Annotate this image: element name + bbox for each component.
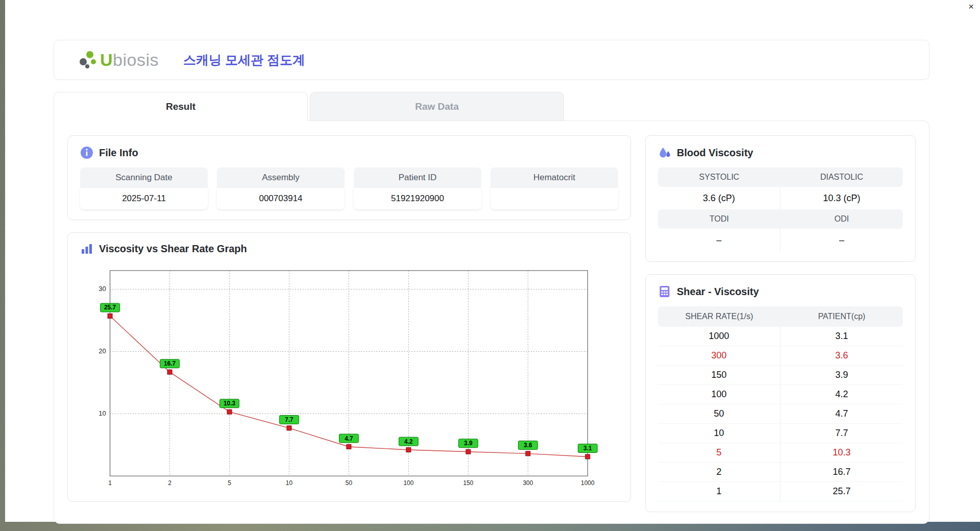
svg-text:150: 150 <box>463 479 473 487</box>
right-column: Blood Viscosity SYSTOLIC DIASTOLIC 3.6 (… <box>645 135 916 512</box>
field-assembly: Assembly 000703914 <box>217 167 345 209</box>
graph-heading: Viscosity vs Shear Rate Graph <box>99 243 247 255</box>
patient-value: 4.7 <box>780 404 903 423</box>
svg-text:1000: 1000 <box>581 479 595 487</box>
tab-result[interactable]: Result <box>54 92 308 121</box>
tab-raw-data[interactable]: Raw Data <box>310 92 564 121</box>
systolic-label: SYSTOLIC <box>658 167 780 187</box>
shear-rate-value: 50 <box>658 404 780 423</box>
field-patient-id: Patient ID 51921920900 <box>354 167 481 209</box>
svg-text:10: 10 <box>286 479 293 487</box>
svg-text:300: 300 <box>523 479 533 487</box>
shear-rate-value: 300 <box>658 346 780 365</box>
info-icon <box>80 146 93 159</box>
page-title: 스캐닝 모세관 점도계 <box>183 52 305 68</box>
table-row: 150 3.9 <box>658 366 903 385</box>
svg-text:3.9: 3.9 <box>464 440 473 447</box>
blood-viscosity-heading-row: Blood Viscosity <box>658 146 903 159</box>
field-label: Patient ID <box>354 167 481 188</box>
field-value <box>491 188 618 209</box>
blood-viscosity-table: SYSTOLIC DIASTOLIC 3.6 (cP) 10.3 (cP) TO… <box>658 167 903 251</box>
file-info-panel: File Info Scanning Date 2025-07-11 Assem… <box>67 135 631 220</box>
shear-rate-value: 2 <box>658 463 780 481</box>
table-row: 1000 3.1 <box>658 327 903 346</box>
patient-value: 7.7 <box>780 424 903 443</box>
svg-text:3.6: 3.6 <box>524 442 532 449</box>
bar-chart-icon <box>80 242 93 255</box>
table-row: 100 4.2 <box>658 385 903 404</box>
calculator-icon <box>658 285 671 298</box>
droplet-icon <box>658 146 671 159</box>
svg-text:16.7: 16.7 <box>164 360 176 367</box>
viscosity-graph-panel: Viscosity vs Shear Rate Graph 1020301251… <box>67 232 631 502</box>
shear-rate-value: 1 <box>658 482 780 501</box>
field-label: Scanning Date <box>80 167 208 188</box>
patient-value: 3.6 <box>780 346 903 365</box>
patient-value: 3.1 <box>780 327 903 346</box>
table-row: 10 7.7 <box>658 424 903 443</box>
svg-text:2: 2 <box>168 479 172 487</box>
ubiosis-logo: Ubiosis <box>78 50 159 70</box>
todi-value: – <box>658 229 780 251</box>
field-value: 000703914 <box>217 188 345 209</box>
page-content: Ubiosis 스캐닝 모세관 점도계 Result Raw Data <box>54 40 929 524</box>
svg-text:7.7: 7.7 <box>285 416 293 423</box>
svg-text:50: 50 <box>346 479 353 487</box>
logo-u: U <box>100 50 113 69</box>
svg-text:4.2: 4.2 <box>404 438 413 445</box>
shear-table-body: 1000 3.1 300 3.6 150 3.9 100 <box>658 327 903 501</box>
shear-viscosity-heading: Shear - Viscosity <box>677 286 759 298</box>
table-row: 50 4.7 <box>658 404 903 424</box>
shear-viscosity-panel: Shear - Viscosity SHEAR RATE(1/s) PATIEN… <box>645 274 916 512</box>
logo-text: Ubiosis <box>100 50 159 70</box>
table-row: 300 3.6 <box>658 346 903 366</box>
shear-rate-value: 10 <box>658 424 780 443</box>
field-label: Assembly <box>217 167 345 188</box>
patient-column-header: PATIENT(cp) <box>780 306 903 327</box>
svg-text:3.1: 3.1 <box>583 445 592 452</box>
app-header: Ubiosis 스캐닝 모세관 점도계 <box>54 40 929 80</box>
shear-rate-value: 1000 <box>658 327 780 346</box>
patient-value: 16.7 <box>780 463 903 481</box>
file-info-heading: File Info <box>99 147 138 159</box>
shear-rate-value: 100 <box>658 385 780 404</box>
field-value: 2025-07-11 <box>80 188 208 209</box>
svg-text:10: 10 <box>99 409 106 417</box>
shear-rate-column-header: SHEAR RATE(1/s) <box>658 306 780 327</box>
tab-bar: Result Raw Data <box>54 92 929 120</box>
shear-rate-value: 150 <box>658 366 780 384</box>
left-column: File Info Scanning Date 2025-07-11 Assem… <box>67 135 631 512</box>
logo-rest: biosis <box>113 50 159 69</box>
shear-rate-value: 5 <box>658 443 780 462</box>
svg-text:30: 30 <box>99 285 106 293</box>
systolic-value: 3.6 (cP) <box>658 187 780 209</box>
table-row: 5 10.3 <box>658 443 903 463</box>
todi-label: TODI <box>658 209 780 229</box>
diastolic-label: DIASTOLIC <box>780 167 903 187</box>
svg-text:100: 100 <box>403 479 413 487</box>
blood-viscosity-heading: Blood Viscosity <box>677 147 753 159</box>
field-label: Hematocrit <box>491 167 618 188</box>
odi-label: ODI <box>780 209 903 229</box>
patient-value: 10.3 <box>780 443 903 462</box>
svg-text:5: 5 <box>228 479 231 487</box>
viscosity-shear-chart: 1020301251050100150300100025.716.710.37.… <box>87 263 600 494</box>
odi-value: – <box>780 229 903 251</box>
file-info-fields: Scanning Date 2025-07-11 Assembly 000703… <box>80 167 618 209</box>
svg-text:20: 20 <box>99 347 106 355</box>
graph-heading-row: Viscosity vs Shear Rate Graph <box>80 242 618 255</box>
result-panel: File Info Scanning Date 2025-07-11 Assem… <box>54 120 929 524</box>
file-info-heading-row: File Info <box>80 146 618 159</box>
field-hematocrit: Hematocrit <box>491 167 618 209</box>
shear-table-header: SHEAR RATE(1/s) PATIENT(cp) <box>658 306 903 327</box>
diastolic-value: 10.3 (cP) <box>780 187 903 209</box>
patient-value: 4.2 <box>780 385 903 404</box>
patient-value: 3.9 <box>780 366 903 384</box>
shear-viscosity-heading-row: Shear - Viscosity <box>658 285 903 298</box>
blood-viscosity-panel: Blood Viscosity SYSTOLIC DIASTOLIC 3.6 (… <box>645 135 916 262</box>
close-icon[interactable]: × <box>968 2 974 11</box>
logo-leaf-icon <box>78 50 98 70</box>
svg-text:10.3: 10.3 <box>224 400 236 407</box>
patient-value: 25.7 <box>780 482 903 501</box>
field-value: 51921920900 <box>354 188 481 209</box>
